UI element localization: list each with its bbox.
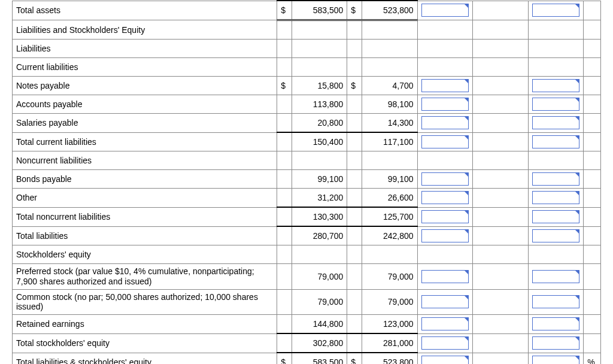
- label: Total liabilities: [13, 226, 277, 245]
- label: Total liabilities & stockholders' equity: [13, 353, 277, 364]
- row-liabilities-header: Liabilities: [13, 40, 601, 58]
- answer-input[interactable]: [528, 289, 584, 315]
- value-col1: 31,200: [292, 189, 347, 208]
- row-total-stockholders-equity: Total stockholders' equity 302,800 281,0…: [13, 333, 601, 353]
- currency-symbol: $: [347, 77, 362, 95]
- value-col1: 150,400: [292, 132, 347, 151]
- row-salaries-payable: Salaries payable 20,800 14,300: [13, 114, 601, 133]
- answer-input[interactable]: [528, 315, 584, 334]
- label: Liabilities and Stockholders' Equity: [13, 20, 277, 40]
- label: Liabilities: [13, 40, 277, 58]
- value-col2: 123,000: [362, 315, 418, 334]
- label: Preferred stock (par value $10, 4% cumul…: [13, 264, 277, 290]
- answer-input[interactable]: [528, 132, 584, 151]
- value-col2: 117,100: [362, 132, 418, 151]
- row-noncurrent-liabilities-header: Noncurrent liabilities: [13, 151, 601, 170]
- row-total-assets: Total assets $ 583,500 $ 523,800: [13, 1, 601, 20]
- label: Current liabilities: [13, 58, 277, 77]
- label: Total stockholders' equity: [13, 333, 277, 353]
- answer-input[interactable]: [528, 189, 584, 208]
- row-notes-payable: Notes payable $ 15,800 $ 4,700: [13, 77, 601, 95]
- answer-input[interactable]: [528, 170, 584, 189]
- answer-input[interactable]: [528, 95, 584, 114]
- label: Noncurrent liabilities: [13, 151, 277, 170]
- answer-input[interactable]: [417, 315, 473, 334]
- label: Stockholders' equity: [13, 245, 277, 264]
- value-col1: 144,800: [292, 315, 347, 334]
- value-col2: 523,800: [362, 1, 418, 20]
- balance-sheet-table: Total assets $ 583,500 $ 523,800 Liabili…: [12, 0, 601, 364]
- value-col2: 281,000: [362, 333, 418, 353]
- label: Accounts payable: [13, 95, 277, 114]
- answer-input[interactable]: [417, 95, 473, 114]
- row-liab-eq-header: Liabilities and Stockholders' Equity: [13, 20, 601, 40]
- row-total-liab-se: Total liabilities & stockholders' equity…: [13, 353, 601, 364]
- answer-input[interactable]: [417, 1, 473, 20]
- value-col2: 79,000: [362, 264, 418, 290]
- value-col2: 98,100: [362, 95, 418, 114]
- row-total-current-liabilities: Total current liabilities 150,400 117,10…: [13, 132, 601, 151]
- value-col1: 99,100: [292, 170, 347, 189]
- currency-symbol: $: [347, 1, 362, 20]
- answer-input[interactable]: [528, 264, 584, 290]
- answer-input[interactable]: [417, 289, 473, 315]
- value-col1: 302,800: [292, 333, 347, 353]
- value-col2: 125,700: [362, 207, 418, 226]
- row-total-noncurrent-liabilities: Total noncurrent liabilities 130,300 125…: [13, 207, 601, 226]
- value-col2: 242,800: [362, 226, 418, 245]
- row-total-liabilities: Total liabilities 280,700 242,800: [13, 226, 601, 245]
- label: Retained earnings: [13, 315, 277, 334]
- answer-input[interactable]: [417, 226, 473, 245]
- label: Total assets: [13, 1, 277, 20]
- value-col1: 130,300: [292, 207, 347, 226]
- value-col1: 20,800: [292, 114, 347, 133]
- value-col2: 523,800: [362, 353, 418, 364]
- answer-input[interactable]: [528, 77, 584, 95]
- value-col2: 14,300: [362, 114, 418, 133]
- value-col1: 583,500: [292, 353, 347, 364]
- value-col2: 4,700: [362, 77, 418, 95]
- answer-input[interactable]: [528, 333, 584, 353]
- row-preferred-stock: Preferred stock (par value $10, 4% cumul…: [13, 264, 601, 290]
- value-col1: 280,700: [292, 226, 347, 245]
- value-col2: 79,000: [362, 289, 418, 315]
- label: Other: [13, 189, 277, 208]
- answer-input[interactable]: [417, 189, 473, 208]
- value-col1: 15,800: [292, 77, 347, 95]
- answer-input[interactable]: [417, 132, 473, 151]
- currency-symbol: $: [277, 1, 292, 20]
- label: Salaries payable: [13, 114, 277, 133]
- answer-input[interactable]: [417, 77, 473, 95]
- row-other: Other 31,200 26,600: [13, 189, 601, 208]
- answer-input[interactable]: [417, 353, 473, 364]
- value-col2: 99,100: [362, 170, 418, 189]
- answer-input[interactable]: [528, 207, 584, 226]
- row-bonds-payable: Bonds payable 99,100 99,100: [13, 170, 601, 189]
- answer-input[interactable]: [528, 353, 584, 364]
- value-col1: 583,500: [292, 1, 347, 20]
- answer-input[interactable]: [417, 264, 473, 290]
- percent-symbol: %: [584, 353, 601, 364]
- label: Bonds payable: [13, 170, 277, 189]
- value-col2: 26,600: [362, 189, 418, 208]
- answer-input[interactable]: [528, 114, 584, 133]
- row-retained-earnings: Retained earnings 144,800 123,000: [13, 315, 601, 334]
- currency-symbol: $: [347, 353, 362, 364]
- value-col1: 79,000: [292, 289, 347, 315]
- label: Total current liabilities: [13, 132, 277, 151]
- row-current-liabilities-header: Current liabilities: [13, 58, 601, 77]
- row-stockholders-equity-header: Stockholders' equity: [13, 245, 601, 264]
- label: Notes payable: [13, 77, 277, 95]
- label: Common stock (no par; 50,000 shares auth…: [13, 289, 277, 315]
- answer-input[interactable]: [417, 114, 473, 133]
- answer-input[interactable]: [417, 333, 473, 353]
- label: Total noncurrent liabilities: [13, 207, 277, 226]
- currency-symbol: $: [277, 77, 292, 95]
- currency-symbol: $: [277, 353, 292, 364]
- answer-input[interactable]: [417, 207, 473, 226]
- value-col1: 79,000: [292, 264, 347, 290]
- answer-input[interactable]: [417, 170, 473, 189]
- value-col1: 113,800: [292, 95, 347, 114]
- answer-input[interactable]: [528, 1, 584, 20]
- answer-input[interactable]: [528, 226, 584, 245]
